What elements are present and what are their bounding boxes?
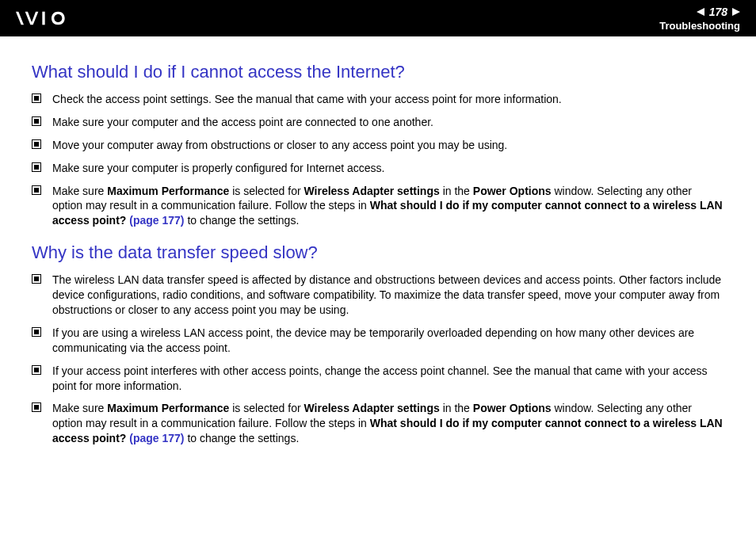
item-text: If you are using a wireless LAN access p…: [52, 326, 724, 356]
bullet-icon: [32, 327, 41, 337]
section-label: Troubleshooting: [659, 20, 740, 32]
item-text: Make sure your computer and the access p…: [52, 115, 724, 130]
bullet-icon: [32, 162, 41, 172]
page-link[interactable]: (page 177): [129, 432, 184, 444]
item-text: The wireless LAN data transfer speed is …: [52, 273, 724, 318]
list-item: The wireless LAN data transfer speed is …: [32, 273, 724, 318]
bullet-icon: [32, 139, 41, 149]
svg-rect-6: [34, 142, 39, 147]
bullet-icon: [32, 402, 41, 412]
list-item: Make sure your computer is properly conf…: [32, 161, 724, 176]
bullet-icon: [32, 185, 41, 195]
list-item: Move your computer away from obstruction…: [32, 138, 724, 153]
question-heading: What should I do if I cannot access the …: [32, 62, 724, 82]
page-content: What should I do if I cannot access the …: [0, 36, 756, 446]
page-link[interactable]: (page 177): [129, 214, 184, 227]
svg-rect-18: [34, 405, 39, 410]
question-heading: Why is the data transfer speed slow?: [32, 242, 724, 263]
svg-rect-2: [34, 96, 39, 101]
item-text: Move your computer away from obstruction…: [52, 138, 724, 153]
svg-rect-8: [34, 165, 39, 170]
vaio-logo: [16, 10, 95, 26]
svg-rect-12: [34, 277, 39, 281]
svg-rect-10: [34, 188, 39, 193]
answer-list: The wireless LAN data transfer speed is …: [32, 273, 724, 446]
bullet-icon: [32, 365, 41, 375]
list-item: Make sure Maximum Performance is selecte…: [32, 401, 724, 446]
list-item: Make sure your computer and the access p…: [32, 115, 724, 130]
svg-rect-16: [34, 368, 39, 372]
page-header: 178 Troubleshooting: [0, 0, 756, 36]
bullet-icon: [32, 116, 41, 126]
svg-rect-0: [42, 12, 44, 25]
item-text: If your access point interferes with oth…: [52, 364, 724, 394]
list-item: Check the access point settings. See the…: [32, 92, 724, 107]
list-item: Make sure Maximum Performance is selecte…: [32, 184, 724, 229]
item-text: Make sure Maximum Performance is selecte…: [52, 184, 724, 229]
svg-rect-14: [34, 330, 39, 334]
bullet-icon: [32, 274, 41, 284]
item-text: Make sure Maximum Performance is selecte…: [52, 401, 724, 446]
list-item: If your access point interferes with oth…: [32, 364, 724, 394]
item-text: Make sure your computer is properly conf…: [52, 161, 724, 176]
prev-page-icon[interactable]: [697, 8, 704, 16]
answer-list: Check the access point settings. See the…: [32, 92, 724, 228]
page-number: 178: [709, 6, 727, 18]
item-text: Check the access point settings. See the…: [52, 92, 724, 107]
next-page-icon[interactable]: [732, 8, 740, 16]
page-nav: 178 Troubleshooting: [659, 6, 740, 32]
svg-rect-4: [34, 119, 39, 124]
list-item: If you are using a wireless LAN access p…: [32, 326, 724, 356]
bullet-icon: [32, 93, 41, 103]
